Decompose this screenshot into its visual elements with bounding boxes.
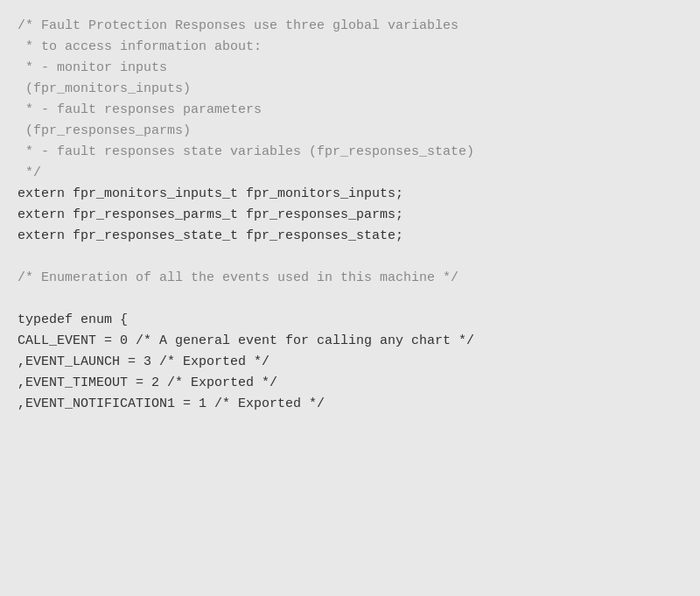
code-line: /* Enumeration of all the events used in… <box>18 268 682 289</box>
code-empty-line <box>18 289 682 310</box>
code-line: * - fault responses parameters <box>18 100 682 121</box>
code-line: */ <box>18 163 682 184</box>
code-line: extern fpr_responses_state_t fpr_respons… <box>18 226 682 247</box>
code-line: typedef enum { <box>18 310 682 331</box>
code-line: ,EVENT_LAUNCH = 3 /* Exported */ <box>18 352 682 373</box>
code-line: * - monitor inputs <box>18 58 682 79</box>
code-line: * to access information about: <box>18 37 682 58</box>
code-line: extern fpr_responses_parms_t fpr_respons… <box>18 205 682 226</box>
code-line: CALL_EVENT = 0 /* A general event for ca… <box>18 331 682 352</box>
code-line: (fpr_responses_parms) <box>18 121 682 142</box>
code-container: /* Fault Protection Responses use three … <box>0 0 700 596</box>
code-line: /* Fault Protection Responses use three … <box>18 16 682 37</box>
code-line: ,EVENT_TIMEOUT = 2 /* Exported */ <box>18 373 682 394</box>
code-line: * - fault responses state variables (fpr… <box>18 142 682 163</box>
code-block: /* Fault Protection Responses use three … <box>18 16 682 415</box>
code-line: ,EVENT_NOTIFICATION1 = 1 /* Exported */ <box>18 394 682 415</box>
code-empty-line <box>18 247 682 268</box>
code-line: extern fpr_monitors_inputs_t fpr_monitor… <box>18 184 682 205</box>
code-line: (fpr_monitors_inputs) <box>18 79 682 100</box>
